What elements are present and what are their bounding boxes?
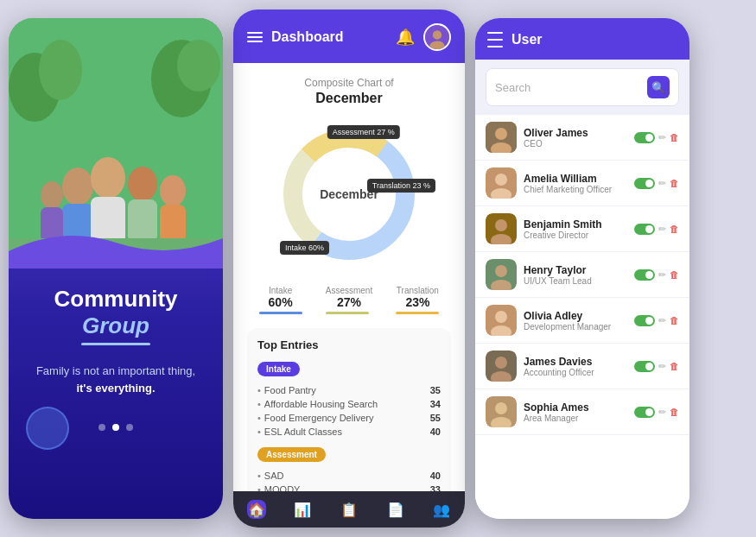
- tagline: Family is not an important thing, it's e…: [36, 363, 195, 396]
- nav-list[interactable]: 📋: [340, 500, 359, 519]
- stats-row: Intake 60% Assessment 27% Translation 23…: [247, 286, 451, 314]
- user-row-james: James Davies Accounting Officer ✏ 🗑: [475, 344, 689, 389]
- user-info-james: James Davies Accounting Officer: [524, 356, 627, 377]
- svg-point-2: [39, 40, 82, 100]
- svg-point-4: [177, 40, 220, 92]
- user-actions-henry: ✏ 🗑: [634, 269, 679, 281]
- entry-esl-classes: •ESL Adult Classes40: [257, 425, 441, 439]
- assessment-category: Assessment •SAD40 •MOODY33: [257, 445, 441, 491]
- delete-henry[interactable]: 🗑: [670, 269, 679, 280]
- edit-james[interactable]: ✏: [658, 361, 666, 372]
- user-info-benjamin: Benjamin Smith Creative Director: [524, 218, 627, 240]
- avatar-amelia: [486, 167, 517, 199]
- delete-olivia[interactable]: 🗑: [670, 315, 679, 325]
- app-name: Community: [54, 286, 178, 312]
- nav-people[interactable]: 👥: [432, 500, 451, 519]
- delete-amelia[interactable]: 🗑: [670, 178, 679, 188]
- avatar-james: [486, 351, 517, 382]
- svg-point-33: [495, 265, 507, 277]
- hamburger-line-3: [247, 41, 263, 42]
- logo-underline: [81, 343, 150, 345]
- search-icon: 🔍: [651, 81, 665, 94]
- donut-chart: December Assessment 27 % Translation 23 …: [271, 117, 427, 272]
- avatar-sophia: [486, 396, 517, 427]
- svg-point-17: [433, 30, 442, 40]
- user-row-oliver: Oliver James CEO ✏ 🗑: [475, 115, 689, 161]
- entry-food-emergency: •Food Emergency Delivery55: [257, 411, 441, 425]
- tagline-line1: Family is not an important thing,: [36, 364, 195, 377]
- user-row-olivia: Olivia Adley Development Manager ✏ 🗑: [475, 298, 689, 344]
- svg-point-39: [495, 357, 507, 369]
- user-actions-oliver: ✏ 🗑: [634, 132, 679, 143]
- bell-icon[interactable]: 🔔: [396, 28, 415, 47]
- svg-point-30: [495, 219, 507, 231]
- home-icon: 🏠: [247, 500, 266, 519]
- delete-james[interactable]: 🗑: [670, 361, 679, 371]
- nav-home[interactable]: 🏠: [247, 500, 266, 519]
- toggle-oliver[interactable]: [634, 132, 655, 143]
- svg-point-42: [495, 402, 507, 414]
- wave-divider: [9, 225, 223, 268]
- toggle-sophia[interactable]: [634, 407, 655, 418]
- people-icon: 👥: [432, 500, 451, 519]
- screen3-users: User Search 🔍: [475, 18, 689, 519]
- hamburger-line-2: [247, 36, 263, 38]
- user-info-amelia: Amelia William Chief Marketing Officer: [524, 173, 627, 194]
- entry-food-pantry: •Food Pantry35: [257, 383, 441, 397]
- decorative-circle: [26, 407, 69, 450]
- bar-assessment: [326, 312, 369, 314]
- chart-icon: 📊: [293, 500, 312, 519]
- toggle-amelia[interactable]: [634, 178, 655, 189]
- edit-oliver[interactable]: ✏: [658, 132, 666, 143]
- dot-1[interactable]: [98, 424, 105, 431]
- svg-point-7: [91, 157, 125, 199]
- user-actions-sophia: ✏ 🗑: [634, 407, 679, 418]
- app-subname: Group: [82, 313, 149, 338]
- edit-benjamin[interactable]: ✏: [658, 224, 666, 235]
- dashboard-body: Composite Chart of December December: [233, 63, 465, 491]
- app-logo: Community Group: [54, 286, 178, 339]
- delete-oliver[interactable]: 🗑: [670, 132, 679, 142]
- dot-3[interactable]: [126, 424, 133, 431]
- user-row-amelia: Amelia William Chief Marketing Officer ✏…: [475, 161, 689, 206]
- dashboard-header: Dashboard 🔔: [233, 9, 465, 63]
- nav-chart[interactable]: 📊: [293, 500, 312, 519]
- dots-indicator: [98, 424, 133, 431]
- screens-container: Community Group Family is not an importa…: [0, 0, 756, 537]
- toggle-james[interactable]: [634, 361, 655, 372]
- community-photo: [9, 18, 223, 260]
- toggle-benjamin[interactable]: [634, 224, 655, 235]
- hamburger-menu-user[interactable]: [487, 32, 503, 47]
- tooltip-translation: Translation 23 %: [367, 179, 435, 193]
- dot-2[interactable]: [112, 424, 119, 431]
- user-row-benjamin: Benjamin Smith Creative Director ✏ 🗑: [475, 206, 689, 252]
- entry-sad: •SAD40: [257, 469, 441, 483]
- nav-doc[interactable]: 📄: [386, 500, 405, 519]
- edit-olivia[interactable]: ✏: [658, 315, 666, 326]
- chart-month: December: [247, 91, 451, 106]
- hamburger-line-3: [487, 46, 503, 47]
- edit-henry[interactable]: ✏: [658, 269, 666, 281]
- hamburger-menu[interactable]: [247, 32, 263, 42]
- avatar-henry: [486, 259, 517, 290]
- user-avatar[interactable]: [423, 23, 451, 51]
- delete-sophia[interactable]: 🗑: [670, 407, 679, 417]
- search-button[interactable]: 🔍: [647, 76, 670, 98]
- tooltip-intake: Intake 60%: [280, 241, 329, 255]
- svg-point-5: [62, 167, 93, 205]
- top-entries-title: Top Entries: [257, 338, 441, 351]
- hamburger-line-1: [247, 32, 263, 34]
- entry-moody: •MOODY33: [257, 483, 441, 491]
- avatar-olivia: [486, 305, 517, 336]
- user-row-sophia: Sophia Ames Area Manager ✏ 🗑: [475, 389, 689, 435]
- edit-amelia[interactable]: ✏: [658, 178, 666, 189]
- toggle-olivia[interactable]: [634, 315, 655, 326]
- toggle-henry[interactable]: [634, 269, 655, 281]
- svg-point-27: [495, 174, 507, 186]
- delete-benjamin[interactable]: 🗑: [670, 224, 679, 234]
- bar-intake: [259, 312, 302, 314]
- user-actions-amelia: ✏ 🗑: [634, 178, 679, 189]
- svg-point-36: [495, 311, 507, 323]
- list-icon: 📋: [340, 500, 359, 519]
- edit-sophia[interactable]: ✏: [658, 407, 666, 418]
